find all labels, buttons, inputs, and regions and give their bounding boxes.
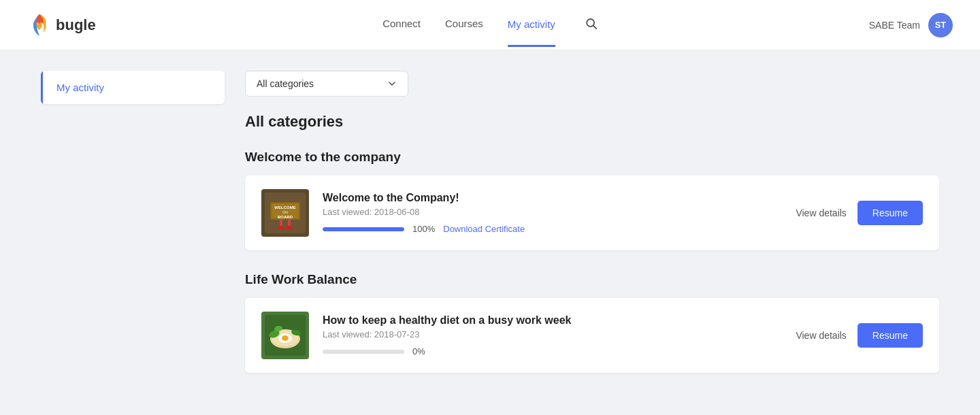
- header: bugle Connect Courses My activity SABE T…: [0, 0, 980, 50]
- resume-button-0-0[interactable]: Resume: [858, 201, 923, 225]
- page-layout: My activity All categories All categorie…: [14, 50, 966, 415]
- logo[interactable]: bugle: [27, 13, 96, 37]
- chevron-down-icon: [387, 79, 397, 88]
- progress-track-1-0: [323, 350, 404, 354]
- svg-rect-9: [288, 220, 291, 227]
- category-group-title-0: Welcome to the company: [245, 150, 939, 165]
- nav-my-activity[interactable]: My activity: [508, 18, 555, 47]
- svg-point-10: [278, 226, 284, 230]
- course-info-0-0: Welcome to the Company! Last viewed: 201…: [323, 192, 782, 234]
- category-dropdown[interactable]: All categories: [245, 71, 408, 97]
- header-right: SABE Team ST: [869, 13, 953, 37]
- course-thumbnail-1-0: [261, 312, 309, 359]
- main-content: All categories All categories Welcome to…: [245, 71, 939, 395]
- course-card-1-0: How to keep a healthy diet on a busy wor…: [245, 298, 939, 373]
- view-details-button-0-0[interactable]: View details: [796, 208, 846, 218]
- logo-text: bugle: [56, 16, 96, 34]
- category-group-1: Life Work Balance: [245, 272, 939, 373]
- nav-courses[interactable]: Courses: [445, 18, 483, 32]
- svg-text:ON: ON: [282, 210, 288, 214]
- user-name: SABE Team: [869, 20, 920, 31]
- course-thumbnail-0-0: WELCOME ON BOARD: [261, 189, 309, 237]
- view-details-button-1-0[interactable]: View details: [796, 330, 846, 341]
- resume-button-1-0[interactable]: Resume: [858, 323, 923, 348]
- svg-line-1: [593, 25, 596, 29]
- course-title-1-0: How to keep a healthy diet on a busy wor…: [323, 314, 782, 327]
- category-group-title-1: Life Work Balance: [245, 272, 939, 287]
- progress-fill-0-0: [323, 227, 404, 231]
- nav-connect[interactable]: Connect: [382, 18, 421, 32]
- section-title: All categories: [245, 113, 939, 131]
- course-last-viewed-1-0: Last viewed: 2018-07-23: [323, 329, 782, 339]
- svg-text:WELCOME: WELCOME: [274, 205, 295, 210]
- welcome-thumbnail-icon: WELCOME ON BOARD: [265, 193, 306, 233]
- course-title-0-0: Welcome to the Company!: [323, 192, 782, 204]
- progress-pct-1-0: 0%: [412, 346, 425, 356]
- sidebar-card: My activity: [41, 71, 225, 104]
- sidebar-item-my-activity[interactable]: My activity: [41, 71, 225, 104]
- progress-pct-0-0: 100%: [412, 224, 435, 234]
- course-last-viewed-0-0: Last viewed: 2018-06-08: [323, 207, 782, 217]
- svg-point-11: [286, 226, 293, 230]
- course-card-0-0: WELCOME ON BOARD Welcome to the Company!…: [245, 176, 939, 250]
- progress-track-0-0: [323, 227, 404, 231]
- download-certificate-link-0-0[interactable]: Download Certificate: [443, 224, 525, 234]
- dropdown-value: All categories: [257, 78, 314, 89]
- svg-point-16: [282, 335, 289, 341]
- progress-row-0-0: 100% Download Certificate: [323, 224, 782, 234]
- progress-row-1-0: 0%: [323, 346, 782, 356]
- logo-icon: [27, 13, 52, 37]
- course-actions-1-0: View details Resume: [796, 323, 923, 348]
- category-group-0: Welcome to the company WELCOME ON BOARD: [245, 150, 939, 250]
- course-info-1-0: How to keep a healthy diet on a busy wor…: [323, 314, 782, 356]
- main-nav: Connect Courses My activity: [382, 18, 598, 33]
- search-icon[interactable]: [585, 18, 598, 33]
- svg-text:BOARD: BOARD: [278, 215, 293, 219]
- sidebar: My activity: [41, 71, 225, 395]
- avatar[interactable]: ST: [928, 13, 953, 37]
- svg-rect-8: [280, 220, 282, 227]
- food-thumbnail-icon: [265, 315, 306, 356]
- course-actions-0-0: View details Resume: [796, 201, 923, 225]
